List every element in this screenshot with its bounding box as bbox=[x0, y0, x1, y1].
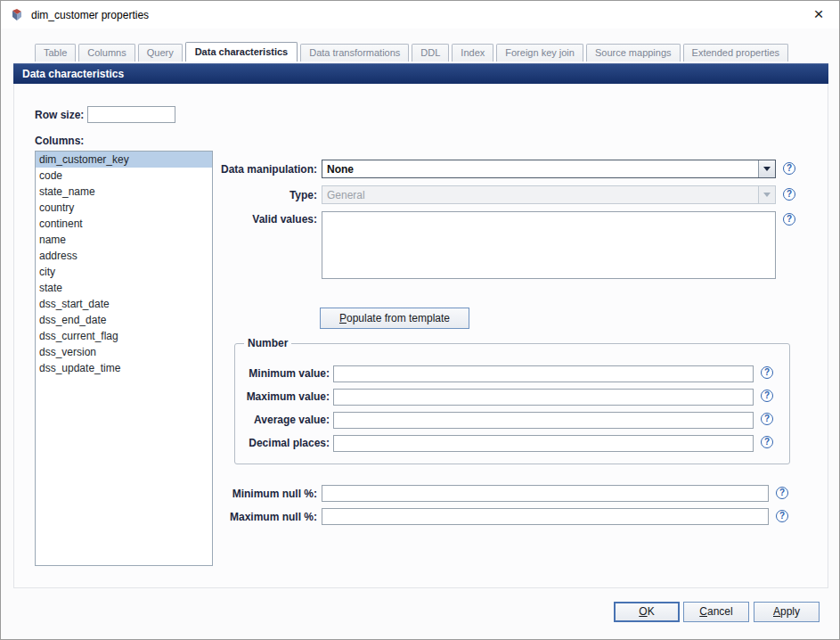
section-header: Data characteristics bbox=[13, 63, 828, 84]
list-item[interactable]: address bbox=[36, 248, 212, 264]
data-manipulation-value: None bbox=[322, 160, 758, 177]
list-item[interactable]: state_name bbox=[36, 184, 212, 200]
cancel-button[interactable]: Cancel bbox=[683, 602, 749, 622]
window-title: dim_customer properties bbox=[31, 9, 149, 21]
list-item[interactable]: continent bbox=[36, 216, 212, 232]
chevron-down-icon bbox=[758, 186, 775, 203]
row-size-label: Row size: bbox=[35, 109, 84, 121]
maximum-null-input[interactable] bbox=[322, 508, 769, 525]
app-icon bbox=[10, 8, 24, 22]
type-value: General bbox=[322, 186, 758, 203]
list-item[interactable]: state bbox=[36, 280, 212, 296]
data-manipulation-label: Data manipulation: bbox=[215, 163, 317, 176]
tab-columns[interactable]: Columns bbox=[78, 44, 135, 62]
tab-source-mappings[interactable]: Source mappings bbox=[586, 44, 681, 62]
maximum-value-input[interactable] bbox=[333, 389, 754, 406]
maximum-null-help-icon[interactable]: ? bbox=[776, 510, 788, 522]
list-item[interactable]: dss_start_date bbox=[36, 296, 212, 312]
row-size-input[interactable] bbox=[87, 106, 175, 123]
tab-extended-properties[interactable]: Extended properties bbox=[683, 44, 788, 62]
minimum-null-label: Minimum null %: bbox=[215, 488, 317, 500]
valid-values-help-icon[interactable]: ? bbox=[783, 213, 795, 226]
data-manipulation-combo[interactable]: None bbox=[322, 160, 776, 178]
minimum-null-input[interactable] bbox=[322, 485, 769, 502]
tab-ddl[interactable]: DDL bbox=[412, 44, 449, 62]
minimum-value-input[interactable] bbox=[333, 365, 754, 382]
type-combo: General bbox=[322, 185, 776, 204]
columns-label: Columns: bbox=[35, 135, 84, 147]
decimal-places-label: Decimal places: bbox=[242, 437, 330, 449]
decimal-places-help-icon[interactable]: ? bbox=[761, 436, 773, 448]
tab-data-characteristics[interactable]: Data characteristics bbox=[185, 42, 298, 62]
type-label: Type: bbox=[215, 189, 317, 201]
type-help-icon[interactable]: ? bbox=[783, 188, 795, 201]
minimum-null-help-icon[interactable]: ? bbox=[776, 487, 788, 499]
tab-index[interactable]: Index bbox=[452, 44, 493, 62]
close-icon[interactable]: × bbox=[809, 4, 828, 24]
list-item[interactable]: name bbox=[36, 232, 212, 248]
list-item[interactable]: dss_version bbox=[36, 344, 212, 360]
apply-button[interactable]: Apply bbox=[754, 602, 820, 622]
valid-values-textarea[interactable] bbox=[322, 211, 776, 279]
ok-button[interactable]: OK bbox=[614, 602, 680, 622]
minimum-value-help-icon[interactable]: ? bbox=[761, 366, 773, 379]
minimum-value-label: Minimum value: bbox=[242, 367, 330, 380]
chevron-down-icon[interactable] bbox=[758, 160, 775, 177]
columns-list[interactable]: dim_customer_keycodestate_namecountrycon… bbox=[35, 151, 213, 566]
average-value-help-icon[interactable]: ? bbox=[761, 413, 773, 425]
populate-from-template-button[interactable]: Populate from template bbox=[320, 308, 469, 329]
number-group: Number Minimum value:?Maximum value:?Ave… bbox=[234, 343, 790, 464]
average-value-label: Average value: bbox=[242, 414, 330, 426]
list-item[interactable]: dim_customer_key bbox=[36, 152, 212, 168]
maximum-null-label: Maximum null %: bbox=[215, 511, 317, 523]
list-item[interactable]: dss_update_time bbox=[36, 360, 212, 376]
data-manipulation-help-icon[interactable]: ? bbox=[783, 162, 795, 175]
list-item[interactable]: country bbox=[36, 200, 212, 216]
tab-foreign-key-join[interactable]: Foreign key join bbox=[496, 44, 583, 62]
list-item[interactable]: dss_end_date bbox=[36, 312, 212, 328]
maximum-value-label: Maximum value: bbox=[242, 390, 330, 403]
decimal-places-input[interactable] bbox=[333, 435, 754, 452]
number-group-title: Number bbox=[244, 337, 291, 349]
title-bar: dim_customer properties × bbox=[1, 1, 839, 29]
maximum-value-help-icon[interactable]: ? bbox=[761, 390, 773, 402]
tab-bar: TableColumnsQueryData characteristicsDat… bbox=[35, 43, 827, 62]
tab-query[interactable]: Query bbox=[138, 44, 183, 62]
average-value-input[interactable] bbox=[333, 412, 754, 429]
valid-values-label: Valid values: bbox=[215, 213, 317, 226]
tab-table[interactable]: Table bbox=[35, 44, 76, 62]
list-item[interactable]: city bbox=[36, 264, 212, 280]
tab-data-transformations[interactable]: Data transformations bbox=[300, 44, 409, 62]
list-item[interactable]: dss_current_flag bbox=[36, 328, 212, 344]
list-item[interactable]: code bbox=[36, 168, 212, 184]
properties-window: dim_customer properties × TableColumnsQu… bbox=[0, 0, 840, 640]
